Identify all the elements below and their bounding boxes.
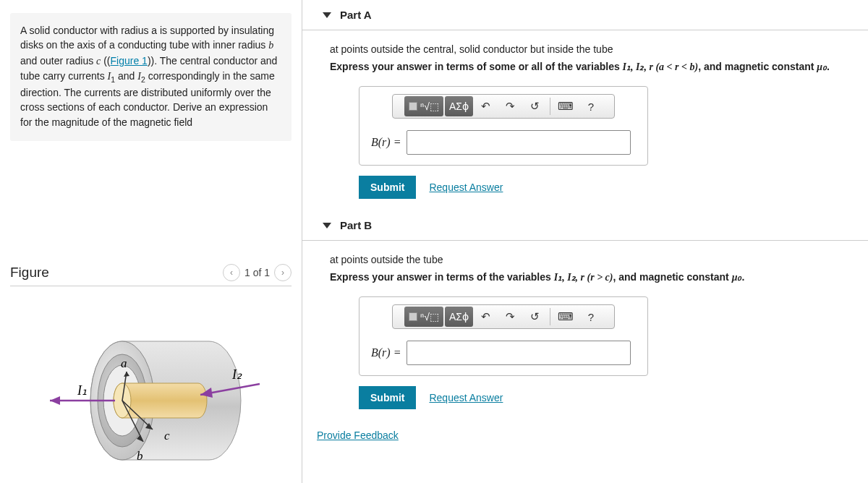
figure-link[interactable]: Figure 1 — [111, 55, 148, 67]
label-I1: I₁ — [77, 383, 87, 398]
var-b: b — [268, 40, 273, 51]
caret-down-icon — [323, 223, 331, 228]
toolbar-templates-button[interactable]: ⁿ√⬚ — [404, 96, 443, 116]
figure-heading: Figure — [10, 265, 49, 281]
templates-icon — [409, 102, 417, 111]
instruct-pre: Express your answer in terms of the vari… — [330, 271, 554, 283]
part-a-instruct: Express your answer in terms of some or … — [330, 61, 856, 73]
svg-marker-11 — [50, 396, 60, 405]
figure-section: Figure ‹ 1 of 1 › — [10, 264, 292, 482]
toolbar-help-button[interactable]: ? — [579, 96, 603, 116]
part-b-title: Part B — [340, 219, 372, 231]
label-c: c — [164, 429, 170, 443]
part-b-instruct: Express your answer in terms of the vari… — [330, 271, 856, 283]
part-b-prompt: at points outside the tube — [330, 254, 856, 265]
toolbar-separator — [550, 98, 550, 115]
figure-image: I₁ I₂ a b c — [10, 315, 292, 482]
problem-statement: A solid conductor with radius a is suppo… — [10, 13, 292, 141]
toolbar-reset-button[interactable]: ↺ — [524, 307, 547, 327]
answer-box-a: ⁿ√⬚ ΑΣϕ ↶ ↷ ↺ ⌨ ? B(r) = — [359, 86, 648, 166]
mu0: μ₀ — [817, 61, 827, 72]
toolbar-greek-button[interactable]: ΑΣϕ — [445, 307, 473, 327]
toolbar-redo-button[interactable]: ↷ — [499, 96, 522, 116]
left-column: A solid conductor with radius a is suppo… — [0, 0, 302, 483]
instruct-vars: I₁, I₂, r (a < r < b) — [623, 61, 699, 72]
instruct-pre: Express your answer in terms of some or … — [330, 61, 623, 72]
figure-next-button[interactable]: › — [274, 264, 292, 281]
instruct-post: , and magnetic constant — [698, 61, 817, 72]
provide-feedback-link[interactable]: Provide Feedback — [317, 429, 399, 441]
toolbar-greek-button[interactable]: ΑΣϕ — [445, 96, 473, 116]
toolbar-keyboard-button[interactable]: ⌨ — [553, 307, 578, 327]
figure-page: 1 of 1 — [244, 267, 270, 278]
label-I2: I₂ — [231, 367, 242, 382]
part-a-title: Part A — [340, 9, 372, 21]
right-column: Part A at points outside the central, so… — [302, 0, 868, 483]
submit-button-b[interactable]: Submit — [359, 386, 416, 409]
part-a: Part A at points outside the central, so… — [302, 0, 868, 210]
instruct-post: , and magnetic constant — [613, 271, 732, 283]
answer-input-b[interactable] — [407, 341, 631, 365]
label-b: b — [137, 449, 143, 463]
problem-text: A solid conductor with radius a is suppo… — [20, 25, 274, 51]
part-a-prompt: at points outside the central, solid con… — [330, 43, 856, 55]
problem-text: and outer radius — [20, 55, 96, 67]
dot: . — [741, 271, 744, 283]
dot: . — [827, 61, 830, 72]
request-answer-link-a[interactable]: Request Answer — [429, 181, 503, 193]
toolbar-reset-button[interactable]: ↺ — [524, 96, 547, 116]
answer-input-a[interactable] — [407, 130, 631, 155]
templates-icon — [409, 312, 417, 321]
answer-lhs-b: B(r) = — [371, 346, 401, 359]
and: and — [115, 70, 137, 82]
answer-lhs-a: B(r) = — [371, 136, 401, 149]
submit-button-a[interactable]: Submit — [359, 176, 416, 199]
toolbar-help-button[interactable]: ? — [579, 307, 603, 327]
part-a-header[interactable]: Part A — [302, 0, 868, 30]
answer-box-b: ⁿ√⬚ ΑΣϕ ↶ ↷ ↺ ⌨ ? B(r) = — [359, 296, 648, 376]
sqrt-icon: ⁿ√⬚ — [420, 101, 439, 112]
instruct-vars: I₁, I₂, r (r > c) — [554, 272, 613, 283]
part-b-header[interactable]: Part B — [302, 210, 868, 241]
equation-toolbar-b: ⁿ√⬚ ΑΣϕ ↶ ↷ ↺ ⌨ ? — [392, 304, 615, 329]
part-b: Part B at points outside the tube Expres… — [302, 210, 868, 421]
problem-text: (( — [101, 55, 110, 67]
request-answer-link-b[interactable]: Request Answer — [429, 392, 503, 403]
toolbar-undo-button[interactable]: ↶ — [475, 96, 498, 116]
equation-toolbar-a: ⁿ√⬚ ΑΣϕ ↶ ↷ ↺ ⌨ ? — [392, 94, 615, 119]
caret-down-icon — [323, 12, 331, 18]
toolbar-undo-button[interactable]: ↶ — [475, 307, 498, 327]
toolbar-redo-button[interactable]: ↷ — [499, 307, 522, 327]
figure-pager: ‹ 1 of 1 › — [223, 264, 292, 281]
toolbar-keyboard-button[interactable]: ⌨ — [553, 96, 578, 116]
sqrt-icon: ⁿ√⬚ — [420, 311, 439, 322]
mu0: μ₀ — [732, 272, 742, 283]
label-a: a — [121, 356, 127, 370]
toolbar-separator — [550, 308, 550, 325]
toolbar-templates-button[interactable]: ⁿ√⬚ — [404, 307, 443, 327]
figure-prev-button[interactable]: ‹ — [223, 264, 240, 281]
